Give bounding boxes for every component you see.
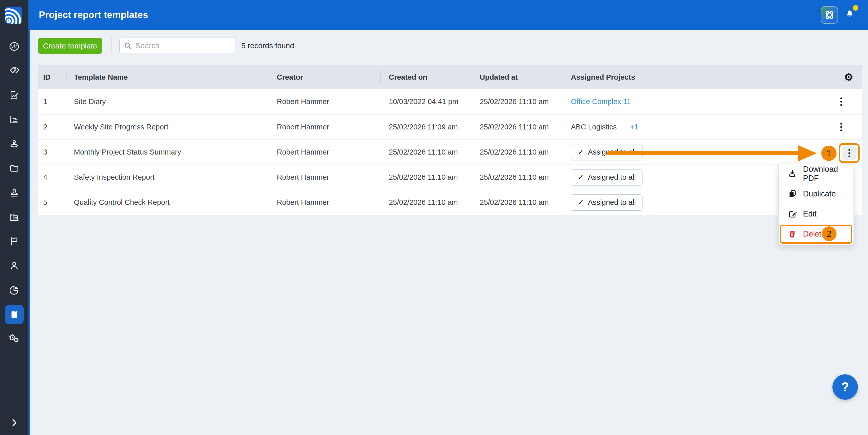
cell-template-name: Weekly Site Progress Report xyxy=(66,115,271,139)
cell-created-on: 25/02/2026 11:10 am xyxy=(380,165,472,190)
menu-item-download-pdf[interactable]: Download PDF xyxy=(779,164,854,184)
stamp-icon xyxy=(8,187,20,198)
chevron-right-icon xyxy=(9,417,20,428)
cell-id: 4 xyxy=(38,165,66,190)
sidebar-item-reports[interactable] xyxy=(2,107,26,132)
app-switcher-button[interactable] xyxy=(821,6,838,24)
tags-icon xyxy=(8,65,20,77)
table-row: 1 Site Diary Robert Hammer 10/03/2022 04… xyxy=(38,89,862,114)
page-title: Project report templates xyxy=(39,0,148,30)
dashboard-icon xyxy=(8,41,20,52)
notification-badge-dot xyxy=(853,5,858,11)
search-input[interactable] xyxy=(135,41,231,50)
row-actions-kebab-icon xyxy=(844,145,854,161)
help-button[interactable]: ? xyxy=(832,374,858,400)
sidebar-item-flags[interactable] xyxy=(2,229,26,254)
cell-updated-at: 25/02/2026 11:10 am xyxy=(472,140,563,164)
person-pin-icon xyxy=(8,138,20,150)
assigned-to-all-label: Assigned to all xyxy=(588,173,636,181)
cell-template-name: Quality Control Check Report xyxy=(66,190,271,215)
notifications-button[interactable] xyxy=(845,9,855,20)
highlighted-kebab-button[interactable] xyxy=(839,143,860,163)
cell-id: 2 xyxy=(38,115,66,139)
clipboard-icon xyxy=(8,309,20,320)
tutorial-arrow xyxy=(607,151,801,155)
assigned-project-link[interactable]: Office Complex 11 xyxy=(571,97,631,106)
column-header-creator[interactable]: Creator xyxy=(271,65,380,89)
sidebar-item-users[interactable] xyxy=(2,254,26,278)
sidebar-item-site-diary[interactable] xyxy=(2,83,26,107)
menu-item-label: Edit xyxy=(803,209,816,219)
assigned-project-name: ABC Logistics xyxy=(571,123,617,131)
trash-icon xyxy=(788,229,797,239)
assigned-more-count-link[interactable]: +1 xyxy=(630,123,639,131)
column-header-created-on[interactable]: Created on xyxy=(380,65,472,89)
records-found-label: 5 records found xyxy=(241,38,294,54)
table-row: 5 Quality Control Check Report Robert Ha… xyxy=(38,190,862,215)
cell-created-on: 25/02/2026 11:10 am xyxy=(380,140,472,164)
buildings-icon xyxy=(8,211,20,223)
bar-chart-icon xyxy=(8,114,20,125)
top-header-bar: Project report templates xyxy=(30,0,868,30)
cell-id: 3 xyxy=(38,140,66,164)
toolbar-divider xyxy=(111,37,112,54)
sidebar-expand-button[interactable] xyxy=(9,417,20,428)
cell-template-name: Site Diary xyxy=(66,89,271,114)
cell-id: 1 xyxy=(38,89,66,114)
table-row: 2 Weekly Site Progress Report Robert Ham… xyxy=(38,114,862,139)
sidebar-item-analytics[interactable] xyxy=(2,278,26,302)
sidebar-item-approvals[interactable] xyxy=(2,180,26,205)
sidebar-item-tags[interactable] xyxy=(2,59,26,83)
app-switcher-icon xyxy=(824,9,835,21)
column-header-template-name[interactable]: Template Name xyxy=(66,65,271,89)
step-badge-1: 1 xyxy=(821,146,837,161)
column-header-updated-at[interactable]: Updated at xyxy=(472,65,563,89)
sidebar-item-resources[interactable] xyxy=(2,132,26,156)
user-icon xyxy=(8,260,20,272)
panel-right-edge xyxy=(862,216,862,435)
flag-icon xyxy=(8,236,20,247)
bell-icon xyxy=(845,9,855,19)
search-box[interactable] xyxy=(119,38,235,54)
step-badge-2: 2 xyxy=(822,226,837,241)
row-actions-kebab-button[interactable] xyxy=(836,94,846,109)
assigned-to-all-button[interactable]: ✓ Assigned to all xyxy=(571,194,643,211)
assigned-to-all-button[interactable]: ✓ Assigned to all xyxy=(571,169,643,186)
menu-item-duplicate[interactable]: Duplicate xyxy=(779,184,854,204)
row-actions-menu: Download PDF Duplicate Edit Delete 2 xyxy=(778,163,854,245)
column-header-assigned-projects[interactable]: Assigned Projects xyxy=(563,65,747,89)
sidebar-accent-stripe xyxy=(28,0,30,435)
document-edit-icon xyxy=(8,89,20,101)
search-icon xyxy=(124,42,132,50)
download-icon xyxy=(788,169,797,178)
cell-updated-at: 25/02/2026 11:10 am xyxy=(472,190,563,215)
pie-chart-icon xyxy=(8,284,20,296)
sidebar-item-dashboard[interactable] xyxy=(2,34,26,59)
menu-item-edit[interactable]: Edit xyxy=(779,204,854,224)
sidebar-item-companies[interactable] xyxy=(2,205,26,229)
brand-logo xyxy=(5,7,22,24)
check-icon: ✓ xyxy=(578,198,584,207)
cell-creator: Robert Hammer xyxy=(271,140,380,164)
cell-creator: Robert Hammer xyxy=(271,165,380,190)
cell-id: 5 xyxy=(38,190,66,215)
folder-icon xyxy=(8,162,20,174)
project-report-templates-page: { "app": { "page_title": "Project report… xyxy=(0,0,868,435)
cell-updated-at: 25/02/2026 11:10 am xyxy=(472,115,563,139)
cell-creator: Robert Hammer xyxy=(271,115,380,139)
cell-template-name: Safety Inspection Report xyxy=(66,165,271,190)
table-row: 4 Safety Inspection Report Robert Hammer… xyxy=(38,164,862,190)
cell-template-name: Monthly Project Status Summary xyxy=(66,140,271,164)
column-header-id[interactable]: ID xyxy=(38,65,66,89)
sidebar-item-settings[interactable]: ⚙⚙ xyxy=(2,327,26,351)
sidebar-item-report-templates[interactable] xyxy=(2,302,26,327)
active-nav-indicator xyxy=(5,305,24,324)
sidebar-item-documents[interactable] xyxy=(2,156,26,180)
column-settings-gear-icon[interactable]: ⚙ xyxy=(844,72,853,82)
create-template-button[interactable]: Create template xyxy=(38,38,102,54)
row-actions-kebab-button[interactable] xyxy=(836,120,846,135)
cell-creator: Robert Hammer xyxy=(271,190,380,215)
menu-item-delete[interactable]: Delete 2 xyxy=(779,224,854,244)
sidebar-nav: ⚙⚙ xyxy=(0,34,28,351)
tutorial-arrow-head xyxy=(798,145,817,161)
